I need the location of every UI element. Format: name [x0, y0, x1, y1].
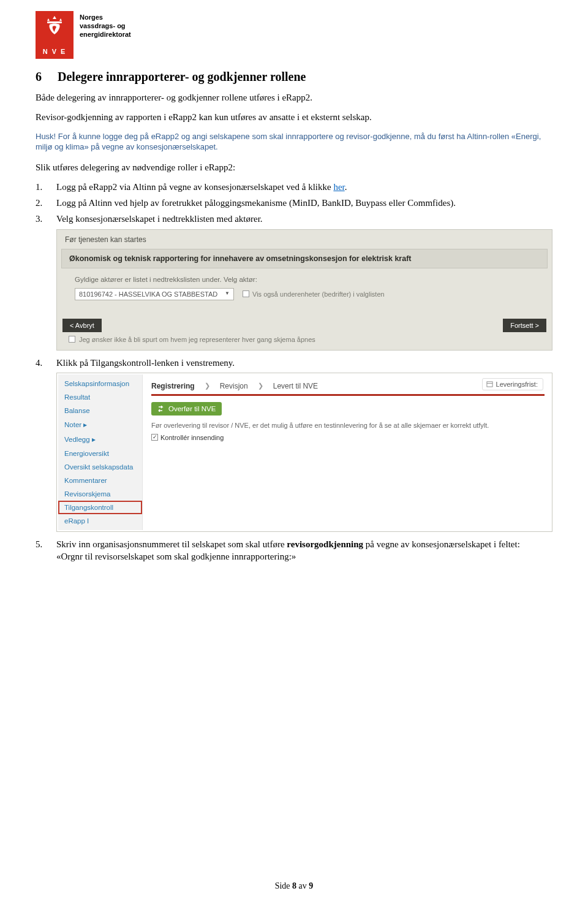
- step-2: Logg på Altinn ved hjelp av foretrukket …: [36, 197, 552, 209]
- step-text: på vegne av konsesjonærselskapet i felte…: [363, 539, 520, 549]
- sidebar-item-erapp-i[interactable]: eRapp I: [58, 514, 142, 528]
- checkbox-label: Jeg ønsker ikke å bli spurt om hvem jeg …: [79, 336, 315, 343]
- section-title: Delegere innrapporterer- og godkjenner r…: [58, 70, 306, 84]
- org-line: Norges: [80, 13, 131, 22]
- crumb-levert[interactable]: Levert til NVE: [273, 382, 318, 390]
- crown-lion-icon: [42, 15, 67, 38]
- footer-text: Side: [275, 881, 292, 890]
- step-text: .: [345, 182, 347, 192]
- continue-button[interactable]: Fortsett >: [503, 319, 546, 332]
- calendar-icon: [486, 381, 493, 387]
- nve-abbr: N V E: [43, 48, 67, 55]
- sidebar-item-revisorskjema[interactable]: Revisorskjema: [58, 487, 142, 501]
- intro-para-1: Både delegering av innrapporterer- og go…: [36, 91, 552, 104]
- husk-text: For å kunne logge deg på eRapp2 og angi …: [36, 132, 541, 152]
- step-text: Logg på eRapp2 via Altinn på vegne av ko…: [56, 182, 333, 192]
- actor-select[interactable]: 810196742 - HASSELVIKA OG STABBESTAD: [75, 288, 234, 300]
- deadline-label: Leveringsfrist:: [496, 381, 538, 388]
- step-5: Skriv inn organisasjonsnummeret til sels…: [36, 538, 552, 563]
- checkbox-icon: ✓: [151, 434, 158, 441]
- sidebar-item-vedlegg[interactable]: Vedlegg ▸: [58, 432, 142, 447]
- show-subunits-checkbox[interactable]: Vis også underenheter (bedrifter) i valg…: [243, 290, 385, 298]
- crumb-revisjon[interactable]: Revisjon: [220, 382, 248, 390]
- org-line: energidirektorat: [80, 31, 131, 39]
- checkbox-label: Kontrollér innsending: [160, 434, 224, 441]
- transfer-to-nve-button[interactable]: Overfør til NVE: [151, 402, 222, 416]
- steps-list-cont2: Skriv inn organisasjonsnummeret til sels…: [36, 538, 552, 563]
- cancel-button[interactable]: < Avbryt: [62, 319, 102, 332]
- checkbox-icon: [243, 290, 249, 297]
- note-husk: Husk! For å kunne logge deg på eRapp2 og…: [36, 131, 552, 153]
- step-bold: revisorgodkjenning: [287, 539, 363, 549]
- svg-rect-1: [486, 382, 492, 387]
- transfer-label: Overfør til NVE: [168, 405, 216, 412]
- sidebar-item-resultat[interactable]: Resultat: [58, 390, 142, 404]
- erapp-screenshot: Selskapsinformasjon Resultat Balanse Not…: [56, 373, 552, 532]
- section-number: 6: [36, 70, 47, 84]
- checkbox-icon: [69, 336, 75, 343]
- chevron-right-icon: ❯: [205, 382, 210, 390]
- sidebar-item-noter[interactable]: Noter ▸: [58, 417, 142, 432]
- org-header: N V E Norges vassdrags- og energidirekto…: [36, 11, 552, 59]
- step-4: Klikk på Tilgangskontroll-lenken i venst…: [36, 357, 552, 369]
- altinn-service-header: Økonomisk og teknisk rapportering for in…: [61, 249, 548, 268]
- lead-para: Slik utføres delegering av nødvendige ro…: [36, 161, 552, 173]
- steps-list-cont: Klikk på Tilgangskontroll-lenken i venst…: [36, 357, 552, 369]
- crumb-registrering[interactable]: Registrering: [151, 382, 195, 390]
- sidebar-item-balanse[interactable]: Balanse: [58, 404, 142, 417]
- sidebar-item-oversikt-selskapsdata[interactable]: Oversikt selskapsdata: [58, 460, 142, 474]
- step-1: Logg på eRapp2 via Altinn på vegne av ko…: [36, 181, 552, 193]
- erapp-info-text: Før overlevering til revisor / NVE, er d…: [151, 422, 545, 429]
- checkbox-label: Vis også underenheter (bedrifter) i valg…: [252, 290, 385, 298]
- sidebar-item-selskapsinformasjon[interactable]: Selskapsinformasjon: [58, 377, 142, 390]
- delivery-deadline: Leveringsfrist:: [482, 378, 543, 390]
- step-text: Skriv inn organisasjonsnummeret til sels…: [56, 539, 287, 549]
- svg-rect-0: [47, 21, 62, 23]
- step-3: Velg konsesjonærselskapet i nedtrekklist…: [36, 213, 552, 225]
- transfer-icon: [157, 406, 165, 412]
- org-line: vassdrags- og: [80, 22, 131, 31]
- erapp-main: Leveringsfrist: Registrering ❯ Revisjon …: [143, 374, 551, 530]
- control-submission-checkbox[interactable]: ✓ Kontrollér innsending: [151, 434, 545, 441]
- intro-para-2: Revisor-godkjenning av rapporten i eRapp…: [36, 111, 552, 123]
- login-link[interactable]: her: [333, 182, 344, 192]
- footer-text: av: [296, 881, 309, 890]
- step-text: «Orgnr til revisorselskapet som skal god…: [56, 552, 296, 561]
- altinn-list-label: Gyldige aktører er listet i nedtrekkslis…: [75, 276, 534, 283]
- page-footer: Side 8 av 9: [0, 881, 588, 891]
- dont-ask-checkbox[interactable]: Jeg ønsker ikke å bli spurt om hvem jeg …: [58, 332, 551, 349]
- nve-logo-badge: N V E: [36, 11, 74, 59]
- page-total: 9: [309, 881, 313, 890]
- chevron-right-icon: ❯: [258, 382, 263, 390]
- altinn-pretitle: Før tjenesten kan startes: [58, 230, 551, 249]
- org-name: Norges vassdrags- og energidirektorat: [80, 11, 131, 39]
- sidebar-item-energioversikt[interactable]: Energioversikt: [58, 447, 142, 460]
- steps-list: Logg på eRapp2 via Altinn på vegne av ko…: [36, 181, 552, 226]
- sidebar-item-kommentarer[interactable]: Kommentarer: [58, 474, 142, 487]
- section-heading: 6 Delegere innrapporterer- og godkjenner…: [36, 70, 552, 84]
- erapp-sidebar: Selskapsinformasjon Resultat Balanse Not…: [58, 374, 143, 530]
- sidebar-item-tilgangskontroll[interactable]: Tilgangskontroll: [58, 501, 142, 514]
- altinn-screenshot: Før tjenesten kan startes Økonomisk og t…: [56, 229, 552, 351]
- husk-label: Husk!: [36, 132, 56, 141]
